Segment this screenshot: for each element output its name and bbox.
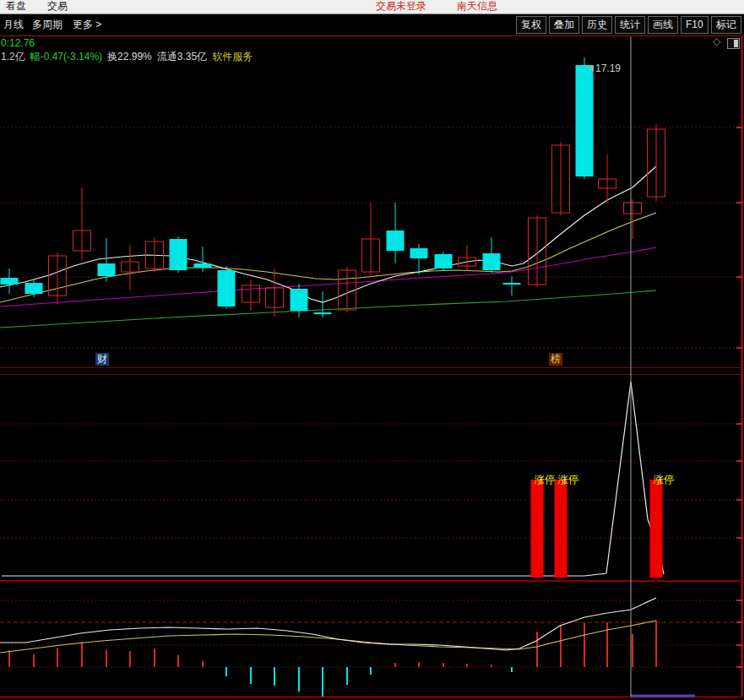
ma-green bbox=[0, 290, 656, 328]
info-segment-3: 流通3.35亿 bbox=[157, 51, 207, 62]
limit-up-label-2: 涨停 bbox=[654, 474, 674, 486]
dif-line bbox=[0, 598, 656, 650]
chart-canvas[interactable] bbox=[0, 0, 744, 700]
ma-yellow bbox=[0, 213, 656, 302]
info-segment-4: 软件服务 bbox=[212, 51, 253, 62]
price-high-value: 17.19 bbox=[595, 62, 621, 74]
limit-up-label-1: 涨停 bbox=[558, 474, 578, 486]
app-window: 看盘 交易 交易未登录 南天信息 月线 多周期 更多 > 复权 叠加 历史 统计… bbox=[0, 0, 744, 700]
price-high-label: 17.19 bbox=[595, 62, 621, 74]
candle-down bbox=[194, 263, 212, 268]
candle-down bbox=[387, 231, 405, 251]
candle-down bbox=[483, 253, 501, 270]
limit-up-bar bbox=[531, 480, 544, 578]
dea-line bbox=[0, 621, 656, 653]
limit-up-bar bbox=[555, 480, 568, 578]
candle-down bbox=[435, 254, 453, 269]
candle-down bbox=[98, 263, 116, 276]
window-gadget-fill bbox=[734, 40, 738, 47]
candle-down bbox=[1, 278, 19, 285]
window-gadget-icon[interactable] bbox=[727, 38, 740, 49]
candle-down bbox=[410, 248, 428, 258]
candle-down bbox=[291, 289, 308, 311]
ma-white bbox=[0, 166, 656, 302]
info-line-2: 1.2亿幅-0.47(-3.14%)换22.99%流通3.35亿软件服务 bbox=[1, 51, 258, 62]
event-marker-1: 榜 bbox=[549, 353, 562, 366]
event-marker-0: 财 bbox=[95, 353, 109, 366]
info-segment-2: 换22.99% bbox=[107, 51, 152, 62]
info-line-1: 0:12.76 bbox=[1, 37, 35, 49]
info-segment-0: 1.2亿 bbox=[1, 51, 25, 62]
limit-up-bar bbox=[650, 480, 663, 578]
candle-down bbox=[576, 65, 594, 176]
diamond-gadget-icon[interactable]: ◇ bbox=[713, 36, 720, 47]
limit-up-label-0: 涨停 bbox=[535, 474, 555, 486]
info-segment-1: 幅-0.47(-3.14%) bbox=[30, 51, 102, 62]
price-marker-arrow-icon bbox=[589, 65, 594, 72]
candle-down bbox=[25, 283, 43, 294]
candle-down bbox=[170, 239, 187, 270]
candle-down bbox=[218, 270, 236, 307]
